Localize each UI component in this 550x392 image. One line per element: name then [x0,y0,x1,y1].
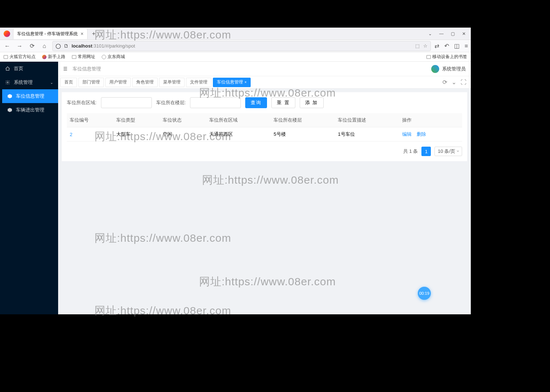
firefox-icon [4,30,10,37]
floor-input[interactable] [190,97,241,108]
delete-link[interactable]: 删除 [417,131,426,137]
undo-icon[interactable]: ↶ [444,42,449,49]
cell-status: 空闲 [160,127,206,142]
tab-bar: 车位信息管理 - 停车场管理系统 × + ⌄ — ▢ ✕ [0,28,471,40]
globe-icon [102,55,106,59]
mobile-bookmarks[interactable]: 移动设备上的书签 [426,54,467,60]
url-bar[interactable]: ◯ 🗋 localhost:3101/#/parking/spot ⬚ ☆ [52,41,431,51]
collapse-sidebar-icon[interactable]: ☰ [63,66,68,72]
gear-icon [5,80,10,85]
chevron-down-icon[interactable]: ⌄ [452,79,456,86]
add-button[interactable]: 添 加 [300,97,324,108]
clip-icon[interactable]: ◫ [454,42,460,49]
menu-icon[interactable]: ≡ [465,43,468,49]
firefox-icon [42,55,46,59]
close-window-icon[interactable]: ✕ [462,31,466,36]
reader-icon[interactable]: ⬚ [415,43,420,49]
pagination: 共 1 条 1 10 条/页 [67,147,462,156]
sidebar-item-system[interactable]: 系统管理 ⌄ [0,75,58,89]
new-tab-button[interactable]: + [89,29,98,38]
query-button[interactable]: 查询 [245,97,267,108]
shield-icon: ◯ [56,43,61,49]
main-area: ☰ 车位信息管理 系统管理员 首页 部门管理 用户管理 角色管理 菜单管理 文件… [58,62,471,314]
close-tab-icon[interactable]: × [244,80,247,84]
app-root: 首页 系统管理 ⌄ 车位信息管理 车辆进出管理 ☰ 车位 [0,62,471,314]
tab-dept[interactable]: 部门管理 [78,78,104,87]
cell-type: 大型车 [113,127,160,142]
col-id: 车位编号 [67,113,113,127]
col-type: 车位类型 [113,113,160,127]
search-row: 车位所在区域: 车位所在楼层: 查询 重 置 添 加 [67,97,462,108]
svg-point-0 [7,82,8,83]
sidebar-item-home[interactable]: 首页 [0,62,58,75]
fullscreen-icon[interactable]: ⛶ [461,79,466,86]
extension-icon[interactable]: ⇄ [434,42,439,49]
tab-file[interactable]: 文件管理 [186,78,211,87]
content-panel: 车位所在区域: 车位所在楼层: 查询 重 置 添 加 车位编号 车位类型 车位状… [62,92,467,161]
floor-label: 车位所在楼层: [156,99,186,106]
user-info[interactable]: 系统管理员 [431,65,466,73]
page-size-select[interactable]: 10 条/页 [434,147,462,156]
nav-bar: ← → ⟳ ⌂ ◯ 🗋 localhost:3101/#/parking/spo… [0,40,471,52]
sidebar: 首页 系统管理 ⌄ 车位信息管理 车辆进出管理 [0,62,58,314]
star-icon[interactable]: ☆ [423,43,428,49]
lock-icon: 🗋 [64,43,69,49]
reload-button[interactable]: ⟳ [28,42,36,50]
sidebar-label: 车辆进出管理 [16,107,44,113]
bookmark-item[interactable]: 京东商城 [102,54,125,60]
user-name: 系统管理员 [442,66,466,72]
close-tab-icon[interactable]: × [81,31,84,37]
home-icon [5,66,10,71]
cell-actions: 编辑 删除 [399,127,462,142]
reset-button[interactable]: 重 置 [271,97,295,108]
forward-button[interactable]: → [15,42,24,50]
folder-icon [72,55,76,59]
bookmark-item[interactable]: 火狐官方站点 [4,54,36,60]
browser-tab[interactable]: 车位信息管理 - 停车场管理系统 × [13,28,88,39]
window-controls: ⌄ — ▢ ✕ [428,31,469,36]
edit-link[interactable]: 编辑 [402,131,412,137]
total-count: 共 1 条 [403,148,418,155]
cell-desc: 1号车位 [335,127,399,142]
tag-icon [7,107,12,113]
folder-icon [426,55,431,59]
cell-floor: 5号楼 [271,127,335,142]
timer-badge[interactable]: 00:19 [418,287,431,300]
area-label: 车位所在区域: [67,99,97,106]
sidebar-item-vehicle-access[interactable]: 车辆进出管理 [2,103,58,117]
tab-home[interactable]: 首页 [60,78,77,87]
data-table: 车位编号 车位类型 车位状态 车位所在区域 车位所在楼层 车位位置描述 操作 2 [67,113,462,142]
tab-title: 车位信息管理 - 停车场管理系统 [17,31,78,37]
tab-parking-spot[interactable]: 车位信息管理× [213,78,251,87]
browser-chrome: 车位信息管理 - 停车场管理系统 × + ⌄ — ▢ ✕ ← → ⟳ ⌂ ◯ 🗋… [0,28,471,62]
breadcrumb: 车位信息管理 [73,66,101,72]
page-1-button[interactable]: 1 [421,147,431,156]
bookmark-bar: 火狐官方站点 新手上路 常用网址 京东商城 移动设备上的书签 [0,52,471,62]
url-text: localhost:3101/#/parking/spot [72,43,135,49]
folder-icon [4,55,8,59]
minimize-icon[interactable]: — [439,31,444,36]
sidebar-label: 车位信息管理 [16,93,44,99]
bookmark-item[interactable]: 新手上路 [42,54,65,60]
sidebar-item-parking-spot[interactable]: 车位信息管理 [2,89,58,103]
chevron-down-icon[interactable]: ⌄ [428,31,432,36]
cell-area: 天通苑西区 [206,127,271,142]
maximize-icon[interactable]: ▢ [451,31,455,36]
tab-menu[interactable]: 菜单管理 [159,78,185,87]
table-header-row: 车位编号 车位类型 车位状态 车位所在区域 车位所在楼层 车位位置描述 操作 [67,113,462,127]
refresh-icon[interactable]: ⟳ [442,79,447,86]
back-button[interactable]: ← [3,42,12,50]
area-input[interactable] [101,97,152,108]
col-area: 车位所在区域 [206,113,271,127]
sidebar-label: 系统管理 [14,79,33,86]
bookmark-item[interactable]: 常用网址 [72,54,95,60]
sidebar-label: 首页 [14,65,23,72]
home-button[interactable]: ⌂ [40,42,49,50]
cell-id[interactable]: 2 [67,127,113,142]
tag-icon [7,94,12,99]
col-actions: 操作 [399,113,462,127]
col-status: 车位状态 [160,113,206,127]
col-floor: 车位所在楼层 [271,113,335,127]
tab-user[interactable]: 用户管理 [105,78,131,87]
tab-role[interactable]: 角色管理 [132,78,158,87]
